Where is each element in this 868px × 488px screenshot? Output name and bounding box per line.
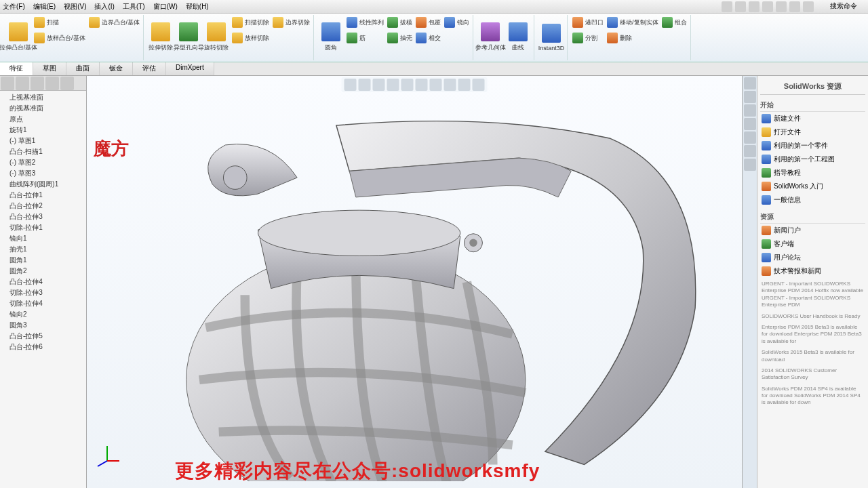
tp-custom-icon[interactable] [744,159,756,171]
qat-save-icon[interactable] [749,1,760,12]
tab-features[interactable]: 特征 [0,62,33,75]
task-pane-link[interactable]: 新建文件 [760,112,865,125]
task-pane-link[interactable]: 利用的第一个工程图 [760,152,865,166]
tp-appearance-icon[interactable] [744,145,756,157]
ribbon-btn[interactable]: 扫描 [33,15,87,30]
ribbon-btn[interactable]: 边界凸台/基体 [87,15,142,30]
tab-sketch[interactable]: 草图 [33,62,66,75]
ribbon-btn[interactable]: 抽壳 [386,30,414,45]
tp-home-icon[interactable] [744,77,756,89]
feature-tree-item[interactable]: 凸台-拉伸2 [1,201,85,211]
ribbon-btn[interactable]: 组合 [660,15,688,30]
feature-tree-item[interactable]: (-) 草图2 [1,157,85,168]
ribbon-btn[interactable]: 边界切除 [271,15,311,30]
task-pane-link[interactable]: 打开文件 [760,125,865,139]
task-pane-link[interactable]: SolidWorks 入门 [760,180,865,193]
tp-library-icon[interactable] [744,91,756,103]
news-item[interactable]: SOLIDWORKS User Handbook is Ready [760,312,865,321]
feature-tree-item[interactable]: 抽壳1 [1,244,85,255]
ribbon-btn[interactable]: 分割 [571,30,605,45]
feature-tree-item[interactable]: 凸台-拉伸1 [1,190,85,201]
ribbon-btn[interactable]: 拉伸凸台/基体 [5,15,32,60]
ribbon-btn[interactable]: 镜向 [443,15,471,30]
feature-tree-item[interactable]: 凸台-拉伸6 [1,342,85,352]
feature-tree-item[interactable]: (-) 草图3 [1,168,85,179]
menu-window[interactable]: 窗口(W) [153,2,178,12]
ribbon-btn[interactable]: 异型孔向导 [175,15,202,60]
menu-edit[interactable]: 编辑(E) [33,2,56,12]
qat-options-icon[interactable] [803,1,814,12]
feature-tree-item[interactable]: 上视基准面 [1,92,85,103]
graphics-viewport[interactable]: 魔方 [87,76,742,488]
ribbon-btn[interactable]: 扫描切除 [231,15,271,30]
fm-tab-property-icon[interactable] [16,77,29,90]
feature-tree-item[interactable]: 切除-拉伸3 [1,287,85,298]
qat-print-icon[interactable] [762,1,773,12]
news-item[interactable]: SolidWorks PDM 2014 SP4 is available for… [760,384,865,408]
feature-tree-item[interactable]: 镜向1 [1,233,85,244]
qat-redo-icon[interactable] [789,1,800,12]
ribbon-btn[interactable]: Instant3D [538,15,565,60]
feature-tree-item[interactable]: 旋转1 [1,125,85,136]
task-pane-link[interactable]: 指导教程 [760,166,865,180]
feature-tree-item[interactable]: 凸台-拉伸4 [1,277,85,287]
qat-undo-icon[interactable] [776,1,787,12]
news-item[interactable]: URGENT - Important SOLIDWORKS Enterprise… [760,279,865,310]
qat-new-icon[interactable] [722,1,732,12]
fm-tab-dimxpert-icon[interactable] [45,77,59,90]
ribbon-btn[interactable]: 拉伸切除 [147,15,174,60]
feature-tree-item[interactable]: (-) 草图1 [1,136,85,146]
feature-tree-item[interactable]: 曲线阵列(圆周)1 [1,179,85,190]
feature-tree-item[interactable]: 的视基准面 [1,103,85,114]
ribbon-btn[interactable]: 移动/复制实体 [606,15,660,30]
menu-insert[interactable]: 插入(I) [94,2,114,12]
fm-tab-tree-icon[interactable] [1,77,14,90]
ribbon-btn[interactable]: 旋转切除 [203,15,230,60]
feature-tree-item[interactable]: 凸台-拉伸5 [1,331,85,342]
task-pane-link[interactable]: 一般信息 [760,193,865,207]
ribbon-btn[interactable]: 放样切除 [231,30,271,45]
task-pane-link[interactable]: 客户端 [760,237,865,251]
feature-tree-item[interactable]: 圆角3 [1,320,85,331]
feature-tree-item[interactable]: 切除-拉伸1 [1,222,85,233]
tp-explorer-icon[interactable] [744,104,756,117]
qat-open-icon[interactable] [735,1,746,12]
menu-file[interactable]: 文件(F) [3,2,25,12]
news-item[interactable]: Enterprise PDM 2015 Beta3 is available f… [760,323,865,346]
menu-view[interactable]: 视图(V) [64,2,86,12]
fm-tab-config-icon[interactable] [31,77,44,90]
tab-dimxpert[interactable]: DimXpert [166,62,214,75]
ribbon-btn[interactable]: 删除 [606,30,660,45]
news-item[interactable]: 2014 SOLIDWORKS Customer Satisfaction Su… [760,366,865,383]
tab-sheetmetal[interactable]: 钣金 [100,62,133,75]
tab-evaluate[interactable]: 评估 [133,62,166,75]
task-pane-link[interactable]: 新闻门户 [760,224,865,237]
task-pane-link[interactable]: 技术警报和新闻 [760,264,865,278]
tp-search-icon[interactable] [744,118,756,130]
feature-tree-item[interactable]: 凸台-扫描1 [1,146,85,157]
ribbon-btn[interactable]: 圆角 [317,15,344,60]
ribbon-btn[interactable]: 包覆 [414,15,442,30]
feature-tree[interactable]: 上视基准面的视基准面原点旋转1(-) 草图1凸台-扫描1(-) 草图2(-) 草… [0,91,86,488]
feature-tree-item[interactable]: 圆角1 [1,255,85,266]
feature-tree-item[interactable]: 切除-拉伸4 [1,298,85,309]
ribbon-btn[interactable]: 港凹口 [571,15,605,30]
feature-tree-item[interactable]: 圆角2 [1,266,85,277]
feature-tree-item[interactable]: 原点 [1,114,85,125]
fm-tab-display-icon[interactable] [60,77,74,90]
task-pane-link[interactable]: 用户论坛 [760,251,865,264]
ribbon-btn[interactable]: 参考几何体 [477,15,504,60]
ribbon-btn[interactable]: 拔模 [386,15,414,30]
feature-tree-item[interactable]: 凸台-拉伸3 [1,211,85,222]
ribbon-btn[interactable]: 线性阵列 [345,15,385,30]
ribbon-btn[interactable]: 放样凸台/基体 [33,30,87,45]
ribbon-btn[interactable]: 曲线 [505,15,532,60]
menu-tools[interactable]: 工具(T) [123,2,145,12]
news-item[interactable]: SolidWorks 2015 Beta3 is available for d… [760,348,865,365]
ribbon-btn[interactable]: 相交 [414,30,442,45]
tp-view-icon[interactable] [744,131,756,144]
ribbon-btn[interactable]: 筋 [345,30,385,45]
task-pane-link[interactable]: 利用的第一个零件 [760,139,865,152]
menu-help[interactable]: 帮助(H) [186,2,209,12]
tab-surface[interactable]: 曲面 [66,62,100,75]
